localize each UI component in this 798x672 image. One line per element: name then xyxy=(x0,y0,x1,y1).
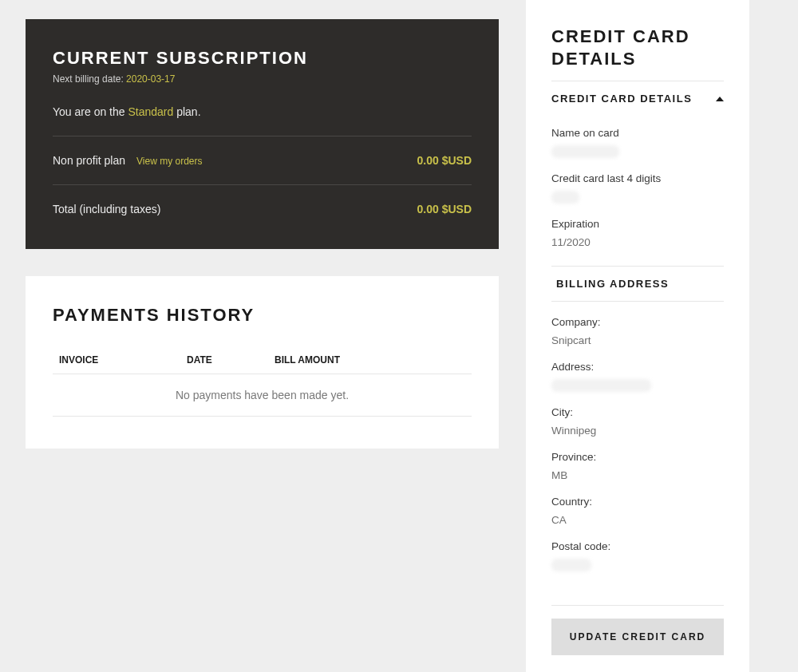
subscription-title: CURRENT SUBSCRIPTION xyxy=(53,48,472,69)
address-label: Address: xyxy=(551,361,724,373)
chevron-up-icon xyxy=(716,97,724,101)
city-label: City: xyxy=(551,406,724,418)
subscription-card: CURRENT SUBSCRIPTION Next billing date: … xyxy=(26,19,499,249)
field-expiration: Expiration 11/2020 xyxy=(551,218,724,248)
company-value: Snipcart xyxy=(551,334,724,346)
province-value: MB xyxy=(551,469,724,481)
total-amount: 0.00 $USD xyxy=(417,203,472,215)
payments-title: PAYMENTS HISTORY xyxy=(53,305,472,326)
nonprofit-amount: 0.00 $USD xyxy=(417,154,472,167)
subscription-row-nonprofit: Non profit plan View my orders 0.00 $USD xyxy=(53,136,472,184)
payments-card: PAYMENTS HISTORY INVOICE DATE BILL AMOUN… xyxy=(26,276,499,449)
next-billing-line: Next billing date: 2020-03-17 xyxy=(53,73,472,85)
country-value: CA xyxy=(551,514,724,526)
payments-empty-message: No payments have been made yet. xyxy=(53,374,472,417)
country-label: Country: xyxy=(551,496,724,508)
expiration-value: 11/2020 xyxy=(551,236,724,248)
expiration-label: Expiration xyxy=(551,218,724,230)
plan-suffix: plan. xyxy=(173,105,200,118)
plan-name: Standard xyxy=(128,105,173,118)
payments-header-row: INVOICE DATE BILL AMOUNT xyxy=(53,348,472,374)
field-name-on-card: Name on card xyxy=(551,127,724,158)
col-date: DATE xyxy=(187,354,275,366)
update-credit-card-button[interactable]: UPDATE CREDIT CARD xyxy=(551,619,724,655)
field-country: Country: CA xyxy=(551,496,724,526)
next-billing-date: 2020-03-17 xyxy=(126,73,175,85)
nonprofit-label: Non profit plan xyxy=(53,154,125,167)
last4-label: Credit card last 4 digits xyxy=(551,172,724,184)
total-label: Total (including taxes) xyxy=(53,203,160,215)
field-province: Province: MB xyxy=(551,451,724,481)
cc-title-line2: DETAILS xyxy=(551,49,636,69)
field-last4: Credit card last 4 digits xyxy=(551,172,724,204)
field-city: City: Winnipeg xyxy=(551,406,724,437)
col-invoice: INVOICE xyxy=(59,354,187,366)
cc-details-toggle[interactable]: CREDIT CARD DETAILS xyxy=(551,81,724,113)
company-label: Company: xyxy=(551,316,724,328)
address-value-redacted xyxy=(551,379,651,392)
field-address: Address: xyxy=(551,361,724,392)
field-postal: Postal code: xyxy=(551,540,724,571)
subscription-row-total: Total (including taxes) 0.00 $USD xyxy=(53,185,472,215)
name-on-card-label: Name on card xyxy=(551,127,724,139)
city-value: Winnipeg xyxy=(551,425,724,437)
postal-label: Postal code: xyxy=(551,540,724,552)
next-billing-label: Next billing date: xyxy=(53,73,126,85)
field-company: Company: Snipcart xyxy=(551,316,724,346)
divider xyxy=(551,605,724,606)
postal-value-redacted xyxy=(551,559,591,571)
credit-card-title: CREDIT CARD DETAILS xyxy=(551,26,724,69)
credit-card-panel: CREDIT CARD DETAILS CREDIT CARD DETAILS … xyxy=(526,0,749,672)
col-amount: BILL AMOUNT xyxy=(275,354,465,366)
divider xyxy=(551,301,724,302)
last4-value-redacted xyxy=(551,191,579,204)
province-label: Province: xyxy=(551,451,724,463)
cc-section-header-label: CREDIT CARD DETAILS xyxy=(551,93,692,105)
billing-address-header: BILLING ADDRESS xyxy=(551,267,724,294)
cc-title-line1: CREDIT CARD xyxy=(551,26,690,46)
plan-prefix: You are on the xyxy=(53,105,128,118)
view-orders-link[interactable]: View my orders xyxy=(136,156,202,167)
name-on-card-value-redacted xyxy=(551,145,619,158)
payments-table: INVOICE DATE BILL AMOUNT No payments hav… xyxy=(53,348,472,417)
plan-line: You are on the Standard plan. xyxy=(53,105,472,118)
